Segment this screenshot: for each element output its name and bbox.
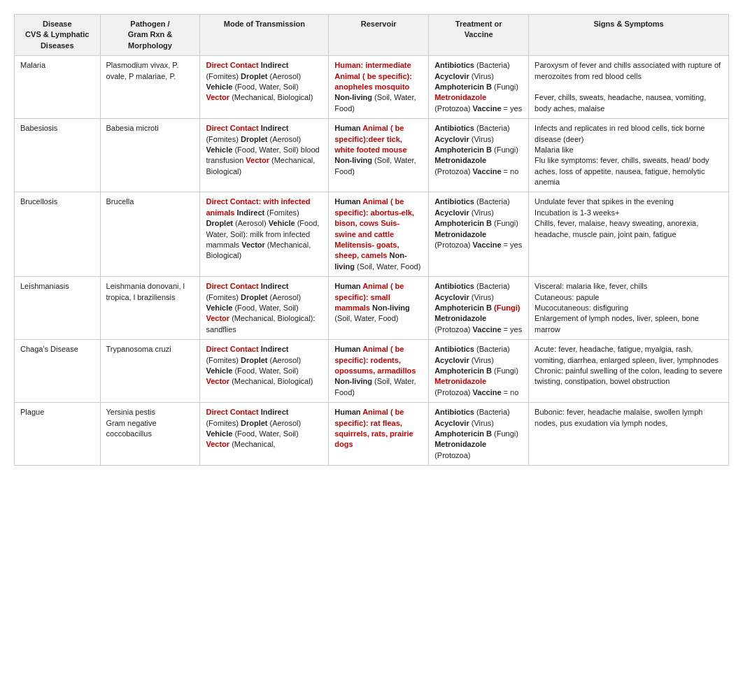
cell-treatment: Antibiotics (Bacteria) Acyclovir (Virus)…: [429, 119, 529, 192]
cell-pathogen: Babesia microti: [100, 119, 200, 192]
cell-reservoir: Human Animal ( be specific): abortus-elk…: [329, 192, 429, 277]
header-reservoir: Reservoir: [329, 15, 429, 56]
cell-treatment: Antibiotics (Bacteria) Acyclovir (Virus)…: [429, 277, 529, 340]
cell-disease: Leishmaniasis: [15, 277, 101, 340]
table-row: Chaga's DiseaseTrypanosoma cruziDirect C…: [15, 340, 729, 403]
table-row: LeishmaniasisLeishmania donovani, l trop…: [15, 277, 729, 340]
header-pathogen-line2: Gram Rxn &: [128, 30, 173, 38]
cell-signs: Bubonic: fever, headache malaise, swolle…: [529, 403, 729, 466]
table-row: BrucellosisBrucellaDirect Contact: with …: [15, 192, 729, 277]
header-signs: Signs & Symptoms: [529, 15, 729, 56]
table-row: MalariaPlasmodium vivax, P. ovale, P mal…: [15, 56, 729, 119]
cell-reservoir: Human Animal ( be specific):deer tick, w…: [329, 119, 429, 192]
cell-mode: Direct Contact Indirect (Fomites) Drople…: [200, 403, 329, 466]
cell-disease: Brucellosis: [15, 192, 101, 277]
header-treatment-line1: Treatment or: [455, 20, 502, 28]
table-row: BabesiosisBabesia microtiDirect Contact …: [15, 119, 729, 192]
header-disease: Disease CVS & Lymphatic Diseases: [15, 15, 101, 56]
cell-treatment: Antibiotics (Bacteria) Acyclovir (Virus)…: [429, 56, 529, 119]
cell-signs: Infects and replicates in red blood cell…: [529, 119, 729, 192]
header-mode-line1: Mode of Transmission: [224, 20, 305, 28]
cell-treatment: Antibiotics (Bacteria) Acyclovir (Virus)…: [429, 192, 529, 277]
cell-reservoir: Human Animal ( be specific): rodents, op…: [329, 340, 429, 403]
cell-mode: Direct Contact Indirect (Fomites) Drople…: [200, 119, 329, 192]
cell-reservoir: Human: intermediate Animal ( be specific…: [329, 56, 429, 119]
header-treatment: Treatment or Vaccine: [429, 15, 529, 56]
disease-table: Disease CVS & Lymphatic Diseases Pathoge…: [14, 14, 729, 466]
header-reservoir-line1: Reservoir: [361, 20, 397, 28]
cell-reservoir: Human Animal ( be specific): small mamma…: [329, 277, 429, 340]
header-pathogen-line1: Pathogen /: [130, 20, 169, 28]
header-pathogen-line3: Morphology: [128, 41, 172, 50]
cell-disease: Chaga's Disease: [15, 340, 101, 403]
header-disease-line2: CVS & Lymphatic Diseases: [25, 30, 89, 49]
cell-disease: Babesiosis: [15, 119, 101, 192]
cell-disease: Plague: [15, 403, 101, 466]
header-pathogen: Pathogen / Gram Rxn & Morphology: [100, 15, 200, 56]
header-disease-line1: Disease: [43, 20, 72, 28]
cell-treatment: Antibiotics (Bacteria) Acyclovir (Virus)…: [429, 403, 529, 466]
cell-mode: Direct Contact: with infected animals In…: [200, 192, 329, 277]
cell-signs: Visceral: malaria like, fever, chills Cu…: [529, 277, 729, 340]
header-mode: Mode of Transmission: [200, 15, 329, 56]
cell-pathogen: Leishmania donovani, l tropica, l brazil…: [100, 277, 200, 340]
cell-pathogen: Brucella: [100, 192, 200, 277]
cell-mode: Direct Contact Indirect (Fomites) Drople…: [200, 340, 329, 403]
cell-signs: Paroxysm of fever and chills associated …: [529, 56, 729, 119]
table-row: PlagueYersinia pestis Gram negative cocc…: [15, 403, 729, 466]
cell-pathogen: Trypanosoma cruzi: [100, 340, 200, 403]
cell-pathogen: Yersinia pestis Gram negative coccobacil…: [100, 403, 200, 466]
cell-disease: Malaria: [15, 56, 101, 119]
cell-pathogen: Plasmodium vivax, P. ovale, P malariae, …: [100, 56, 200, 119]
cell-reservoir: Human Animal ( be specific): rat fleas, …: [329, 403, 429, 466]
cell-mode: Direct Contact Indirect (Fomites) Drople…: [200, 56, 329, 119]
cell-signs: Acute: fever, headache, fatigue, myalgia…: [529, 340, 729, 403]
header-treatment-line2: Vaccine: [465, 30, 493, 38]
cell-mode: Direct Contact Indirect (Fomites) Drople…: [200, 277, 329, 340]
header-signs-line1: Signs & Symptoms: [593, 20, 663, 28]
cell-signs: Undulate fever that spikes in the evenin…: [529, 192, 729, 277]
cell-treatment: Antibiotics (Bacteria) Acyclovir (Virus)…: [429, 340, 529, 403]
